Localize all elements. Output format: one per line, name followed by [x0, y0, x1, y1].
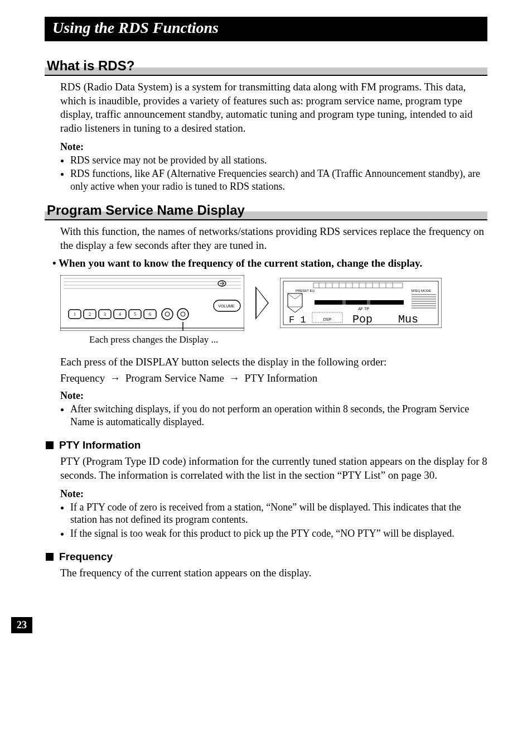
figure-row: VOLUME 1 2 3 4 5 6 — [60, 275, 487, 331]
rds-body: RDS (Radio Data System) is a system for … — [60, 80, 487, 136]
pty-body: PTY (Program Type ID code) information f… — [60, 455, 487, 482]
svg-text:2: 2 — [89, 312, 91, 317]
note-label: Note: — [60, 390, 487, 402]
note-label: Note: — [60, 488, 487, 500]
psn-instruction: • When you want to know the frequency of… — [45, 257, 487, 269]
display-flow: Frequency → Program Service Name → PTY I… — [60, 372, 487, 384]
note-item: RDS functions, like AF (Alternative Freq… — [70, 167, 487, 192]
psn-body: With this function, the names of network… — [60, 225, 487, 252]
square-bullet-icon — [46, 441, 54, 449]
note-item: If a PTY code of zero is received from a… — [70, 501, 487, 526]
svg-text:1: 1 — [74, 312, 76, 317]
sub-heading-pty: PTY Information — [59, 439, 141, 451]
section-heading-psn: Program Service Name Display — [45, 203, 487, 220]
svg-text:4: 4 — [119, 312, 121, 317]
sub-heading-frequency: Frequency — [59, 551, 113, 563]
note-item: If the signal is too weak for this produ… — [70, 527, 487, 540]
psn-notes: After switching displays, if you do not … — [60, 403, 487, 428]
arrow-icon — [255, 286, 269, 320]
svg-rect-44 — [315, 300, 342, 305]
display-f1: F 1 — [289, 315, 306, 325]
volume-label: VOLUME — [218, 304, 235, 308]
note-item: RDS service may not be provided by all s… — [70, 154, 487, 167]
svg-text:3: 3 — [104, 312, 106, 317]
note-item: After switching displays, if you do not … — [70, 403, 487, 428]
svg-text:6: 6 — [149, 312, 151, 317]
svg-rect-45 — [346, 300, 367, 305]
preset-eq-label: PRESET EQ — [296, 289, 315, 292]
arrow-icon: → — [110, 372, 120, 384]
bullet-icon: • — [52, 257, 59, 269]
display-mus: Mus — [398, 313, 418, 326]
pty-notes: If a PTY code of zero is received from a… — [60, 501, 487, 540]
page-number: 23 — [11, 617, 32, 633]
note-label: Note: — [60, 141, 487, 153]
rds-notes: RDS service may not be provided by all s… — [60, 154, 487, 193]
device-illustration: VOLUME 1 2 3 4 5 6 — [60, 275, 244, 331]
display-illustration: PRESET EQ SFEQ MODE AF TP DSP F 1 — [280, 278, 442, 328]
arrow-icon: → — [229, 372, 240, 384]
svg-text:5: 5 — [134, 312, 136, 317]
dsp-label: DSP — [323, 317, 332, 321]
figure-caption: Each press changes the Display ... — [89, 334, 487, 345]
chapter-title: Using the RDS Functions — [45, 17, 487, 41]
sfeq-mode-label: SFEQ MODE — [411, 289, 431, 292]
flow-intro: Each press of the DISPLAY button selects… — [60, 355, 487, 369]
af-tp-label: AF TP — [358, 307, 369, 311]
frequency-body: The frequency of the current station app… — [60, 566, 487, 580]
display-pop: Pop — [352, 313, 373, 326]
section-heading-rds: What is RDS? — [45, 58, 487, 76]
square-bullet-icon — [46, 553, 54, 561]
svg-rect-46 — [370, 300, 404, 305]
